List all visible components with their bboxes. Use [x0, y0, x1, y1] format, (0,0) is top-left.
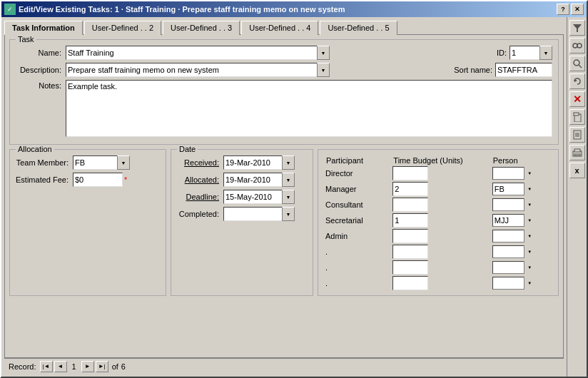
description-input[interactable]	[66, 63, 330, 77]
description-dropdown-wrap	[66, 63, 330, 77]
participant-person-cell	[491, 260, 552, 275]
main-window: ✓ Edit/View Existing Tasks: 1 · Staff Tr…	[0, 0, 588, 378]
notes-label: Notes:	[16, 80, 66, 90]
nav-next-button[interactable]: ►	[81, 361, 94, 372]
participant-row: .	[324, 275, 552, 291]
name-label: Name:	[16, 48, 66, 57]
completed-dropdown-arrow[interactable]	[282, 207, 295, 221]
print-button[interactable]	[569, 145, 585, 160]
deadline-dropdown-arrow[interactable]	[282, 190, 295, 204]
time-budget-input[interactable]	[392, 245, 428, 259]
close-button[interactable]: ✕	[571, 4, 584, 15]
time-budget-input[interactable]	[392, 198, 428, 212]
nav-last-button[interactable]: ►|	[96, 361, 108, 372]
completed-label: Completed:	[177, 210, 223, 218]
tab-task-information[interactable]: Task Information	[4, 21, 83, 35]
participant-col-header: Participant	[324, 155, 391, 165]
person-dropdown-arrow[interactable]	[524, 167, 535, 180]
date-group-label: Date	[177, 145, 198, 153]
document-button[interactable]	[569, 127, 585, 143]
title-bar-buttons: ? ✕	[557, 4, 584, 15]
person-dropdown-arrow[interactable]	[524, 230, 535, 242]
binoculars-button[interactable]	[569, 38, 585, 53]
svg-marker-6	[574, 79, 577, 82]
record-total: 6	[121, 362, 126, 371]
person-dropdown-arrow[interactable]	[524, 214, 535, 227]
time-budget-input[interactable]	[392, 182, 428, 196]
record-nav: Record: |◄ ◄ 1 ► ►| of 6	[4, 358, 564, 374]
tab-user-defined-4[interactable]: User-Defined . . 4	[241, 21, 318, 35]
notes-textarea[interactable]	[66, 80, 552, 137]
name-dropdown-wrap	[66, 46, 330, 60]
team-member-dropdown-arrow[interactable]	[117, 155, 130, 170]
deadline-row: Deadline:	[177, 190, 307, 204]
sortname-wrap: Sort name:	[454, 63, 552, 77]
participant-role: .	[324, 260, 391, 275]
time-budget-input[interactable]	[392, 166, 428, 180]
svg-point-1	[573, 44, 577, 48]
record-current: 1	[72, 362, 76, 371]
allocated-dropdown-arrow[interactable]	[282, 173, 295, 187]
nav-prev-button[interactable]: ◄	[54, 361, 67, 372]
name-input[interactable]	[66, 46, 330, 60]
date-group: Date Received: Allocated:	[171, 149, 313, 296]
deadline-dropdown-wrap	[223, 190, 295, 204]
nav-first-button[interactable]: |◄	[40, 361, 53, 372]
estimated-fee-input[interactable]	[73, 173, 123, 187]
tab-user-defined-5[interactable]: User-Defined . . 5	[320, 21, 397, 35]
name-row: Name: ID:	[16, 46, 552, 60]
person-dropdown-arrow[interactable]	[524, 245, 535, 258]
participant-role: Consultant	[324, 197, 391, 213]
svg-rect-8	[574, 113, 579, 116]
allocated-label: Allocated:	[177, 175, 223, 184]
svg-rect-15	[574, 154, 580, 155]
person-dropdown-arrow[interactable]	[524, 198, 535, 211]
undo-button[interactable]	[569, 73, 585, 89]
title-bar: ✓ Edit/View Existing Tasks: 1 · Staff Tr…	[1, 1, 587, 17]
participant-budget-cell	[391, 165, 490, 181]
participant-role: Admin	[324, 228, 391, 244]
description-label: Description:	[16, 66, 66, 74]
svg-marker-0	[573, 24, 582, 32]
close-x-button[interactable]: x	[569, 163, 585, 178]
tab-user-defined-3[interactable]: User-Defined . . 3	[163, 21, 240, 35]
sort-name-input[interactable]	[495, 63, 552, 77]
svg-point-2	[577, 44, 582, 48]
main-content: Task Information User-Defined . . 2 User…	[1, 17, 567, 377]
time-budget-input[interactable]	[392, 260, 428, 275]
app-icon: ✓	[4, 4, 16, 15]
participant-budget-cell	[391, 260, 490, 275]
received-dropdown-arrow[interactable]	[282, 155, 295, 170]
time-budget-col-header: Time Budget (Units)	[391, 155, 490, 165]
person-dropdown-arrow[interactable]	[524, 183, 535, 195]
person-dropdown-arrow[interactable]	[524, 261, 535, 274]
tab-user-defined-2[interactable]: User-Defined . . 2	[84, 21, 161, 35]
received-row: Received:	[177, 155, 307, 170]
deadline-label: Deadline:	[177, 193, 223, 201]
svg-point-4	[574, 60, 579, 66]
name-dropdown-arrow[interactable]	[317, 46, 330, 60]
notes-row: Notes:	[16, 80, 552, 137]
time-budget-input[interactable]	[392, 229, 428, 243]
participant-row: Admin	[324, 228, 552, 244]
time-budget-input[interactable]	[392, 213, 428, 228]
participant-budget-cell	[391, 228, 490, 244]
person-dropdown-arrow[interactable]	[524, 277, 535, 290]
search-button[interactable]	[569, 56, 585, 71]
record-label: Record:	[9, 362, 36, 371]
id-label: ID:	[497, 48, 507, 57]
help-button[interactable]: ?	[557, 4, 569, 15]
participant-person-cell	[491, 275, 552, 291]
time-budget-input[interactable]	[392, 276, 428, 290]
description-dropdown-arrow[interactable]	[317, 63, 330, 77]
delete-button[interactable]: ✕	[569, 91, 585, 107]
participant-person-cell	[491, 213, 552, 228]
participant-role: Manager	[324, 181, 391, 197]
filter-button[interactable]	[569, 20, 585, 36]
participant-person-cell	[491, 181, 552, 197]
id-dropdown-arrow[interactable]	[539, 46, 552, 60]
clipboard-button[interactable]	[569, 109, 585, 125]
required-star: *	[124, 175, 127, 184]
allocated-dropdown-wrap	[223, 173, 295, 187]
participant-row: Director	[324, 165, 552, 181]
